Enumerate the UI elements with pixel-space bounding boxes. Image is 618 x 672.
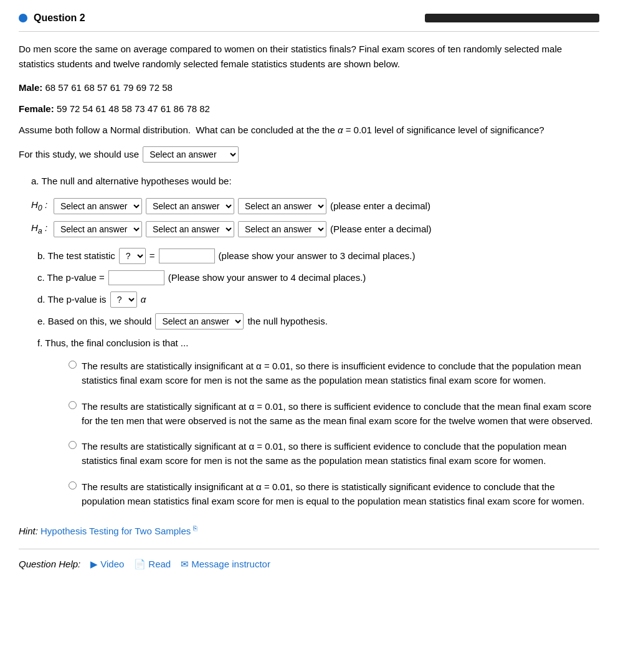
part-c-suffix: (Please show your answer to 4 decimal pl… <box>168 269 366 286</box>
hint-link-text: Hypothesis Testing for Two Samples <box>40 526 191 536</box>
hint-section: Hint: Hypothesis Testing for Two Samples… <box>19 523 599 539</box>
radio-option-3: The results are statistically significan… <box>69 439 599 468</box>
question-body: Do men score the same on average compare… <box>19 42 599 572</box>
h0-select-2[interactable]: Select an answer =≠<>≤≥ <box>146 198 234 214</box>
part-c-input[interactable] <box>108 270 164 285</box>
part-b-stat-select[interactable]: ?tzF <box>119 248 146 264</box>
part-d-label: d. The p-value is <box>37 291 107 308</box>
ha-select-1[interactable]: Select an answer μ₁μ₂σ₁σ₂ <box>54 221 142 237</box>
part-b-row: b. The test statistic ?tzF = (please sho… <box>37 247 599 264</box>
question-number: Question 2 <box>34 12 85 24</box>
radio-input-3[interactable] <box>69 441 77 449</box>
redacted-content <box>425 14 599 22</box>
question-help-label: Question Help: <box>19 557 80 572</box>
radio-text-1: The results are statistically insignific… <box>82 359 599 388</box>
radio-option-4: The results are statistically insignific… <box>69 480 599 509</box>
part-e-select[interactable]: Select an answer reject fail to reject a… <box>155 313 244 329</box>
radio-text-4: The results are statistically insignific… <box>82 480 599 509</box>
question-help: Question Help: ▶ Video 📄 Read ✉ Message … <box>19 549 599 572</box>
radio-text-3: The results are statistically significan… <box>82 439 599 468</box>
ha-select-2[interactable]: Select an answer =≠<>≤≥ <box>146 221 234 237</box>
male-data-row: Male: 68 57 61 68 57 61 79 69 72 58 <box>19 80 599 95</box>
h0-decimal-note: (please enter a decimal) <box>330 199 430 214</box>
male-label: Male: <box>19 82 42 93</box>
hint-link[interactable]: Hypothesis Testing for Two Samples ⎘ <box>40 526 197 536</box>
part-e-label: e. Based on this, we should <box>37 313 151 329</box>
radio-text-2: The results are statistically significan… <box>82 399 599 428</box>
read-icon: 📄 <box>134 557 146 572</box>
ha-decimal-note: (Please enter a decimal) <box>330 222 432 237</box>
part-d-alpha: α <box>141 291 146 308</box>
ha-label: Ha : <box>31 220 50 237</box>
study-use-select[interactable]: Select an answer a two-sample t-test a p… <box>143 146 239 163</box>
part-d-row: d. The p-value is ?<>= α <box>37 291 599 308</box>
part-b-suffix: (please show your answer to 3 decimal pl… <box>219 247 416 264</box>
h0-select-1[interactable]: Select an answer μ₁μ₂σ₁σ₂ <box>54 198 142 214</box>
part-e-row: e. Based on this, we should Select an an… <box>37 313 599 329</box>
question-text: Do men score the same on average compare… <box>19 42 599 72</box>
part-e-suffix: the null hypothesis. <box>247 313 327 329</box>
part-b-label: b. The test statistic <box>37 247 115 264</box>
read-label: Read <box>148 557 171 572</box>
radio-input-4[interactable] <box>69 481 77 490</box>
female-data: 59 72 54 61 48 58 73 47 61 86 78 82 <box>57 103 210 114</box>
hypotheses-section: a. The null and alternative hypotheses w… <box>31 174 599 237</box>
radio-options: The results are statistically insignific… <box>69 359 599 508</box>
radio-input-2[interactable] <box>69 401 77 409</box>
part-c-label: c. The p-value = <box>37 269 105 286</box>
h0-label: H0 : <box>31 197 50 214</box>
status-dot <box>19 14 27 22</box>
part-b-input[interactable] <box>159 248 215 263</box>
radio-option-1: The results are statistically insignific… <box>69 359 599 388</box>
part-c-row: c. The p-value = (Please show your answe… <box>37 269 599 286</box>
assumption-text: Assume both follow a Normal distribution… <box>19 123 599 138</box>
part-a-label: a. The null and alternative hypotheses w… <box>31 174 599 189</box>
video-link[interactable]: ▶ Video <box>90 557 124 572</box>
message-icon: ✉ <box>181 557 189 572</box>
video-play-icon: ▶ <box>90 557 98 572</box>
ha-select-3[interactable]: Select an answer μ₁μ₂0 <box>238 221 326 237</box>
part-d-select[interactable]: ?<>= <box>110 291 137 308</box>
video-label: Video <box>100 557 124 572</box>
h0-row: H0 : Select an answer μ₁μ₂σ₁σ₂ Select an… <box>31 197 599 214</box>
radio-option-2: The results are statistically significan… <box>69 399 599 428</box>
ha-row: Ha : Select an answer μ₁μ₂σ₁σ₂ Select an… <box>31 220 599 237</box>
part-b-equals: = <box>150 247 155 264</box>
part-f-label: f. Thus, the final conclusion is that ..… <box>37 334 188 351</box>
radio-input-1[interactable] <box>69 361 77 369</box>
message-instructor-link[interactable]: ✉ Message instructor <box>181 557 270 572</box>
message-label: Message instructor <box>191 557 270 572</box>
external-link-icon: ⎘ <box>193 524 197 532</box>
study-use-prefix: For this study, we should use <box>19 147 139 162</box>
female-data-row: Female: 59 72 54 61 48 58 73 47 61 86 78… <box>19 102 599 116</box>
question-header: Question 2 <box>19 12 599 32</box>
read-link[interactable]: 📄 Read <box>134 557 171 572</box>
parts-section: b. The test statistic ?tzF = (please sho… <box>37 247 599 508</box>
study-use-row: For this study, we should use Select an … <box>19 146 599 163</box>
hint-label: Hint: <box>19 526 38 536</box>
part-f-label-row: f. Thus, the final conclusion is that ..… <box>37 334 599 351</box>
female-label: Female: <box>19 103 54 114</box>
h0-select-3[interactable]: Select an answer μ₁μ₂0 <box>238 198 326 214</box>
male-data: 68 57 61 68 57 61 79 69 72 58 <box>45 82 173 93</box>
question-title: Question 2 <box>19 12 85 24</box>
